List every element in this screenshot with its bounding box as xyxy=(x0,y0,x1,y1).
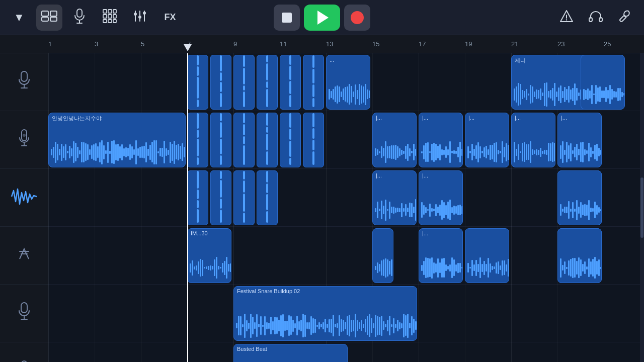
clip-festival-snare-build[interactable]: Festival Snare Buildup 02 xyxy=(233,286,417,341)
svg-rect-15 xyxy=(113,20,116,23)
headphones-button[interactable] xyxy=(583,5,609,31)
small-block-t2-b15[interactable]: |... xyxy=(372,170,417,225)
svg-point-21 xyxy=(143,12,146,15)
small-block-t3-b23[interactable] xyxy=(557,228,602,283)
small-block-t3-b19[interactable] xyxy=(465,228,509,283)
narrow-block-t2-b9[interactable] xyxy=(233,170,255,225)
grid-button[interactable] xyxy=(97,5,123,31)
small-block-t1-b23[interactable]: |... xyxy=(557,113,602,167)
svg-rect-11 xyxy=(108,15,112,18)
small-block-t1-b15[interactable]: |... xyxy=(372,113,417,167)
small-block-t3-b15[interactable] xyxy=(372,228,393,283)
block-waveform xyxy=(419,137,462,167)
narrow-block-t1-b10[interactable] xyxy=(257,113,278,167)
svg-point-24 xyxy=(566,19,567,20)
track-type-button[interactable] xyxy=(36,5,62,31)
small-block-t3-b7[interactable]: IM...30 xyxy=(187,228,231,283)
small-block-t2-b17[interactable]: |... xyxy=(419,170,463,225)
svg-rect-1 xyxy=(50,11,57,16)
block-waveform xyxy=(558,253,601,283)
small-block-t0-b13[interactable]: ... xyxy=(326,55,370,110)
narrow-block-t1-b12[interactable] xyxy=(303,113,324,167)
track-row-3 xyxy=(48,227,644,285)
stop-button[interactable] xyxy=(274,5,300,31)
narrow-block-t1-b8[interactable] xyxy=(210,113,231,167)
svg-point-20 xyxy=(138,16,141,19)
narrow-block-t0-b12[interactable] xyxy=(303,55,324,110)
block-waveform xyxy=(581,79,624,109)
playhead-line xyxy=(187,53,188,362)
mixer-button[interactable] xyxy=(127,5,153,31)
playhead-triangle[interactable] xyxy=(184,44,192,51)
block-waveform xyxy=(373,137,416,167)
mic-button[interactable] xyxy=(66,5,93,31)
ruler-num-11: 11 xyxy=(280,40,287,48)
narrow-block-t0-b10[interactable] xyxy=(257,55,278,110)
svg-rect-2 xyxy=(42,17,48,21)
tracks-area[interactable]: ...제니안녕안녕나는지수야|...|...|...|...|...|...|.… xyxy=(48,53,644,362)
track-icon-4 xyxy=(18,302,31,325)
svg-point-31 xyxy=(23,134,26,137)
track-row-2 xyxy=(48,169,644,227)
small-block-t1-b19[interactable]: |... xyxy=(465,113,509,167)
track-headers xyxy=(0,53,48,362)
record-button[interactable] xyxy=(344,5,370,31)
block-waveform xyxy=(373,253,393,283)
small-block-t3-b17[interactable]: |... xyxy=(419,228,463,283)
narrow-block-t1-b9[interactable] xyxy=(233,113,255,167)
warning-button[interactable] xyxy=(553,5,580,31)
svg-rect-13 xyxy=(103,20,107,23)
svg-point-19 xyxy=(134,13,137,16)
ruler-num-3: 3 xyxy=(95,40,98,48)
fx-button[interactable]: FX xyxy=(157,5,183,31)
headphones-icon xyxy=(589,9,603,26)
narrow-block-t0-b7[interactable] xyxy=(187,55,208,110)
block-label: |... xyxy=(419,229,462,238)
narrow-block-t2-b10[interactable] xyxy=(257,170,278,225)
warning-icon xyxy=(559,9,574,26)
ruler: 135791113151719212325 xyxy=(0,35,644,53)
ruler-num-23: 23 xyxy=(557,40,565,48)
small-block-t1-b17[interactable]: |... xyxy=(419,113,463,167)
block-waveform xyxy=(558,137,601,167)
block-waveform xyxy=(558,195,601,225)
narrow-block-t0-b11[interactable] xyxy=(280,55,301,110)
block-label: |... xyxy=(558,113,601,122)
ruler-num-13: 13 xyxy=(326,40,333,48)
ruler-num-9: 9 xyxy=(233,40,237,48)
narrow-block-t0-b8[interactable] xyxy=(210,55,231,110)
ruler-num-15: 15 xyxy=(372,40,379,48)
scroll-thumb xyxy=(640,177,643,238)
narrow-block-t1-b11[interactable] xyxy=(280,113,301,167)
main-area: ...제니안녕안녕나는지수야|...|...|...|...|...|...|.… xyxy=(0,53,644,362)
narrow-block-t0-b9[interactable] xyxy=(233,55,255,110)
block-waveform xyxy=(419,195,462,225)
track-icon-0 xyxy=(18,71,31,94)
svg-rect-27 xyxy=(21,71,27,81)
track-header-3 xyxy=(0,227,48,285)
beat-line-1 xyxy=(95,53,95,362)
block-label: |... xyxy=(419,171,462,180)
svg-rect-3 xyxy=(50,17,57,21)
narrow-block-t2-b8[interactable] xyxy=(210,170,231,225)
block-label: |... xyxy=(512,113,555,122)
wrench-button[interactable] xyxy=(612,5,638,31)
block-label: ... xyxy=(327,55,370,64)
play-button[interactable] xyxy=(304,5,340,31)
beat-line-9 xyxy=(465,53,465,362)
small-block-t0-b24[interactable] xyxy=(581,55,625,110)
track-header-5 xyxy=(0,342,48,362)
narrow-block-t2-b7[interactable] xyxy=(187,170,208,225)
track-header-0 xyxy=(0,53,48,111)
block-label: |... xyxy=(373,171,416,180)
narrow-block-t1-b7[interactable] xyxy=(187,113,208,167)
clip-busted-beat[interactable]: Busted Beat xyxy=(233,344,348,362)
track-header-4 xyxy=(0,285,48,342)
dropdown-button[interactable]: ▼ xyxy=(6,5,32,31)
vertical-scrollbar[interactable] xyxy=(640,53,644,362)
clip-안녕안녕나는지수야[interactable]: 안녕안녕나는지수야 xyxy=(48,113,186,167)
small-block-t1-b21[interactable]: |... xyxy=(511,113,555,167)
block-label: |... xyxy=(373,113,416,122)
svg-rect-12 xyxy=(113,15,116,18)
small-block-t2-b23[interactable] xyxy=(557,170,602,225)
